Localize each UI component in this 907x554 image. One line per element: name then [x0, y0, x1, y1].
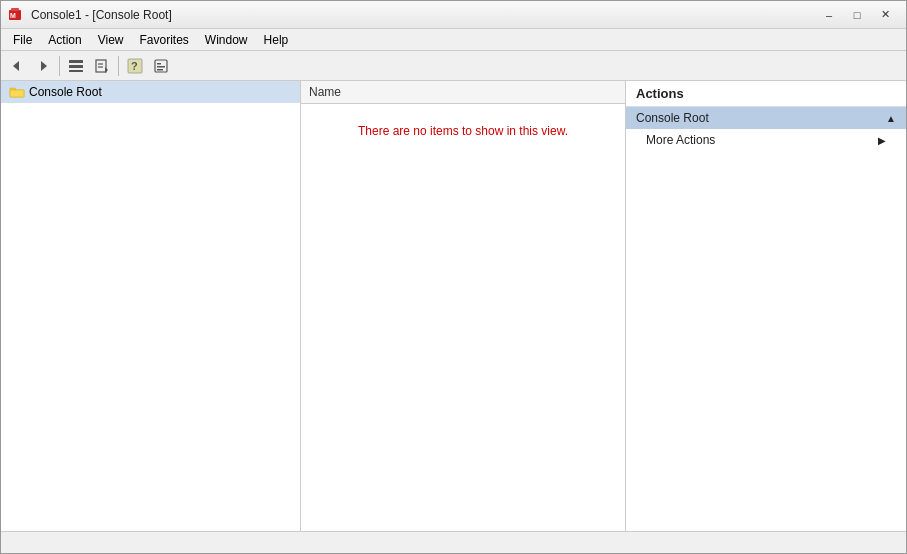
- svg-marker-4: [41, 61, 47, 71]
- toolbar-separator-1: [59, 56, 60, 76]
- properties-button[interactable]: [149, 54, 173, 78]
- toolbar-separator-2: [118, 56, 119, 76]
- svg-text:?: ?: [131, 60, 138, 72]
- close-button[interactable]: ✕: [872, 5, 898, 25]
- svg-text:M: M: [10, 12, 16, 19]
- tree-item-label: Console Root: [29, 85, 102, 99]
- window-title: Console1 - [Console Root]: [31, 8, 172, 22]
- svg-rect-5: [69, 60, 83, 63]
- main-window: M Console1 - [Console Root] – □ ✕ File A…: [0, 0, 907, 554]
- menu-bar: File Action View Favorites Window Help: [1, 29, 906, 51]
- svg-rect-16: [157, 66, 165, 68]
- svg-rect-8: [96, 60, 106, 72]
- title-bar-left: M Console1 - [Console Root]: [9, 7, 172, 23]
- svg-rect-1: [11, 8, 19, 11]
- menu-favorites[interactable]: Favorites: [132, 31, 197, 49]
- menu-file[interactable]: File: [5, 31, 40, 49]
- svg-rect-15: [157, 63, 161, 65]
- action-section-console-root[interactable]: Console Root ▲: [626, 107, 906, 129]
- forward-button[interactable]: [31, 54, 55, 78]
- more-actions-label: More Actions: [646, 133, 715, 147]
- content-area: Console Root Name There are no items to …: [1, 81, 906, 531]
- menu-action[interactable]: Action: [40, 31, 89, 49]
- app-icon: M: [9, 7, 25, 23]
- help-button[interactable]: ?: [123, 54, 147, 78]
- more-actions-item[interactable]: More Actions ▶: [626, 129, 906, 151]
- menu-help[interactable]: Help: [256, 31, 297, 49]
- svg-rect-6: [69, 65, 83, 68]
- actions-header: Actions: [626, 81, 906, 107]
- back-button[interactable]: [5, 54, 29, 78]
- status-bar: [1, 531, 906, 553]
- svg-rect-7: [69, 70, 83, 72]
- tree-pane: Console Root: [1, 81, 301, 531]
- column-header-name: Name: [301, 81, 625, 104]
- menu-view[interactable]: View: [90, 31, 132, 49]
- collapse-icon: ▲: [886, 113, 896, 124]
- toolbar: ?: [1, 51, 906, 81]
- action-section-label: Console Root: [636, 111, 709, 125]
- export-button[interactable]: [90, 54, 114, 78]
- svg-rect-18: [10, 90, 24, 97]
- tree-item-console-root[interactable]: Console Root: [1, 81, 300, 103]
- actions-pane: Actions Console Root ▲ More Actions ▶: [626, 81, 906, 531]
- view-button[interactable]: [64, 54, 88, 78]
- svg-rect-17: [157, 69, 163, 71]
- empty-message: There are no items to show in this view.: [301, 104, 625, 531]
- maximize-button[interactable]: □: [844, 5, 870, 25]
- minimize-button[interactable]: –: [816, 5, 842, 25]
- window-controls: – □ ✕: [816, 5, 898, 25]
- folder-icon: [9, 84, 25, 100]
- menu-window[interactable]: Window: [197, 31, 256, 49]
- title-bar: M Console1 - [Console Root] – □ ✕: [1, 1, 906, 29]
- submenu-arrow-icon: ▶: [878, 135, 886, 146]
- middle-pane: Name There are no items to show in this …: [301, 81, 626, 531]
- svg-marker-3: [13, 61, 19, 71]
